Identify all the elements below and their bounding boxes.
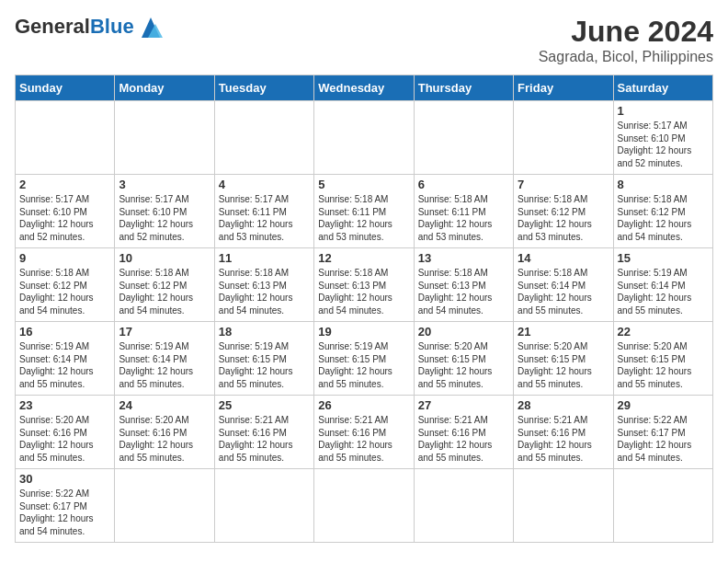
calendar-cell xyxy=(115,469,214,543)
calendar-cell xyxy=(214,469,313,543)
calendar-cell: 13Sunrise: 5:18 AMSunset: 6:13 PMDayligh… xyxy=(414,248,513,322)
day-sun-info: Sunrise: 5:19 AMSunset: 6:14 PMDaylight:… xyxy=(618,267,709,316)
day-number: 15 xyxy=(618,251,709,265)
day-sun-info: Sunrise: 5:17 AMSunset: 6:10 PMDaylight:… xyxy=(119,193,210,243)
calendar-week-row: 30Sunrise: 5:22 AMSunset: 6:17 PMDayligh… xyxy=(16,469,713,543)
day-sun-info: Sunrise: 5:21 AMSunset: 6:16 PMDaylight:… xyxy=(418,414,509,464)
day-header-thursday: Thursday xyxy=(414,75,513,101)
day-sun-info: Sunrise: 5:18 AMSunset: 6:11 PMDaylight:… xyxy=(418,193,509,243)
calendar-cell: 7Sunrise: 5:18 AMSunset: 6:12 PMDaylight… xyxy=(514,175,613,248)
calendar-cell xyxy=(514,101,613,175)
calendar-cell: 12Sunrise: 5:18 AMSunset: 6:13 PMDayligh… xyxy=(314,248,414,322)
day-header-monday: Monday xyxy=(115,75,214,101)
day-header-saturday: Saturday xyxy=(613,75,712,101)
day-sun-info: Sunrise: 5:19 AMSunset: 6:14 PMDaylight:… xyxy=(119,340,210,390)
logo-icon xyxy=(137,15,165,39)
calendar-cell: 3Sunrise: 5:17 AMSunset: 6:10 PMDaylight… xyxy=(115,175,214,248)
day-number: 30 xyxy=(19,472,110,486)
calendar-week-row: 2Sunrise: 5:17 AMSunset: 6:10 PMDaylight… xyxy=(16,175,713,248)
day-number: 14 xyxy=(518,251,609,265)
day-sun-info: Sunrise: 5:18 AMSunset: 6:13 PMDaylight:… xyxy=(418,267,509,316)
calendar-week-row: 1Sunrise: 5:17 AMSunset: 6:10 PMDaylight… xyxy=(16,101,713,175)
calendar-cell xyxy=(514,469,613,543)
calendar-cell xyxy=(16,101,115,175)
day-sun-info: Sunrise: 5:19 AMSunset: 6:15 PMDaylight:… xyxy=(219,340,310,390)
logo-area: GeneralBlue xyxy=(15,15,165,39)
day-number: 21 xyxy=(518,325,609,339)
calendar-cell: 22Sunrise: 5:20 AMSunset: 6:15 PMDayligh… xyxy=(613,322,712,396)
day-number: 17 xyxy=(119,325,210,339)
day-number: 23 xyxy=(19,398,110,412)
day-sun-info: Sunrise: 5:19 AMSunset: 6:15 PMDaylight:… xyxy=(318,340,409,390)
logo-general-text: General xyxy=(15,15,90,39)
day-number: 11 xyxy=(219,251,310,265)
day-number: 26 xyxy=(318,398,409,412)
day-number: 25 xyxy=(219,398,310,412)
day-number: 4 xyxy=(219,178,310,191)
subtitle: Sagrada, Bicol, Philippines xyxy=(539,49,713,65)
day-number: 10 xyxy=(119,251,210,265)
day-number: 22 xyxy=(618,325,709,339)
day-number: 16 xyxy=(19,325,110,339)
calendar-cell: 2Sunrise: 5:17 AMSunset: 6:10 PMDaylight… xyxy=(16,175,115,248)
calendar-cell: 11Sunrise: 5:18 AMSunset: 6:13 PMDayligh… xyxy=(214,248,313,322)
calendar-header-row: SundayMondayTuesdayWednesdayThursdayFrid… xyxy=(16,75,713,101)
day-number: 18 xyxy=(219,325,310,339)
day-number: 9 xyxy=(19,251,110,265)
calendar-cell: 20Sunrise: 5:20 AMSunset: 6:15 PMDayligh… xyxy=(414,322,513,396)
day-sun-info: Sunrise: 5:18 AMSunset: 6:14 PMDaylight:… xyxy=(518,267,609,316)
day-sun-info: Sunrise: 5:20 AMSunset: 6:15 PMDaylight:… xyxy=(418,340,509,390)
day-sun-info: Sunrise: 5:20 AMSunset: 6:16 PMDaylight:… xyxy=(19,414,110,464)
day-number: 20 xyxy=(418,325,509,339)
page-header: GeneralBlue June 2024 Sagrada, Bicol, Ph… xyxy=(15,15,713,65)
calendar-cell: 5Sunrise: 5:18 AMSunset: 6:11 PMDaylight… xyxy=(314,175,414,248)
day-number: 2 xyxy=(19,178,110,191)
day-sun-info: Sunrise: 5:21 AMSunset: 6:16 PMDaylight:… xyxy=(318,414,409,464)
calendar-cell: 19Sunrise: 5:19 AMSunset: 6:15 PMDayligh… xyxy=(314,322,414,396)
logo: GeneralBlue xyxy=(15,15,165,39)
day-sun-info: Sunrise: 5:18 AMSunset: 6:12 PMDaylight:… xyxy=(119,267,210,316)
day-number: 13 xyxy=(418,251,509,265)
day-sun-info: Sunrise: 5:18 AMSunset: 6:12 PMDaylight:… xyxy=(19,267,110,316)
day-sun-info: Sunrise: 5:18 AMSunset: 6:12 PMDaylight:… xyxy=(518,193,609,243)
day-sun-info: Sunrise: 5:21 AMSunset: 6:16 PMDaylight:… xyxy=(219,414,310,464)
calendar-cell: 6Sunrise: 5:18 AMSunset: 6:11 PMDaylight… xyxy=(414,175,513,248)
calendar-cell xyxy=(414,101,513,175)
calendar-cell: 16Sunrise: 5:19 AMSunset: 6:14 PMDayligh… xyxy=(16,322,115,396)
calendar-cell: 1Sunrise: 5:17 AMSunset: 6:10 PMDaylight… xyxy=(613,101,712,175)
day-number: 6 xyxy=(418,178,509,191)
calendar-cell: 21Sunrise: 5:20 AMSunset: 6:15 PMDayligh… xyxy=(514,322,613,396)
calendar-cell: 14Sunrise: 5:18 AMSunset: 6:14 PMDayligh… xyxy=(514,248,613,322)
day-sun-info: Sunrise: 5:22 AMSunset: 6:17 PMDaylight:… xyxy=(618,414,709,464)
day-number: 27 xyxy=(418,398,509,412)
calendar-cell: 10Sunrise: 5:18 AMSunset: 6:12 PMDayligh… xyxy=(115,248,214,322)
calendar-cell: 29Sunrise: 5:22 AMSunset: 6:17 PMDayligh… xyxy=(613,396,712,469)
calendar-cell xyxy=(214,101,313,175)
calendar-cell: 25Sunrise: 5:21 AMSunset: 6:16 PMDayligh… xyxy=(214,396,313,469)
calendar-week-row: 23Sunrise: 5:20 AMSunset: 6:16 PMDayligh… xyxy=(16,396,713,469)
day-sun-info: Sunrise: 5:17 AMSunset: 6:10 PMDaylight:… xyxy=(618,120,709,169)
calendar-cell xyxy=(613,469,712,543)
calendar-cell xyxy=(414,469,513,543)
day-sun-info: Sunrise: 5:22 AMSunset: 6:17 PMDaylight:… xyxy=(19,488,110,537)
day-sun-info: Sunrise: 5:20 AMSunset: 6:15 PMDaylight:… xyxy=(518,340,609,390)
calendar-cell: 4Sunrise: 5:17 AMSunset: 6:11 PMDaylight… xyxy=(214,175,313,248)
logo-blue-text: Blue xyxy=(90,15,134,39)
day-header-tuesday: Tuesday xyxy=(214,75,313,101)
calendar-cell: 28Sunrise: 5:21 AMSunset: 6:16 PMDayligh… xyxy=(514,396,613,469)
day-number: 12 xyxy=(318,251,409,265)
calendar-cell xyxy=(314,469,414,543)
calendar-week-row: 16Sunrise: 5:19 AMSunset: 6:14 PMDayligh… xyxy=(16,322,713,396)
calendar-cell: 23Sunrise: 5:20 AMSunset: 6:16 PMDayligh… xyxy=(16,396,115,469)
calendar-week-row: 9Sunrise: 5:18 AMSunset: 6:12 PMDaylight… xyxy=(16,248,713,322)
day-sun-info: Sunrise: 5:18 AMSunset: 6:12 PMDaylight:… xyxy=(618,193,709,243)
day-number: 8 xyxy=(618,178,709,191)
calendar-cell: 8Sunrise: 5:18 AMSunset: 6:12 PMDaylight… xyxy=(613,175,712,248)
calendar-cell: 17Sunrise: 5:19 AMSunset: 6:14 PMDayligh… xyxy=(115,322,214,396)
day-sun-info: Sunrise: 5:20 AMSunset: 6:16 PMDaylight:… xyxy=(119,414,210,464)
day-number: 3 xyxy=(119,178,210,191)
day-sun-info: Sunrise: 5:19 AMSunset: 6:14 PMDaylight:… xyxy=(19,340,110,390)
day-header-friday: Friday xyxy=(514,75,613,101)
day-number: 5 xyxy=(318,178,409,191)
calendar-cell xyxy=(115,101,214,175)
